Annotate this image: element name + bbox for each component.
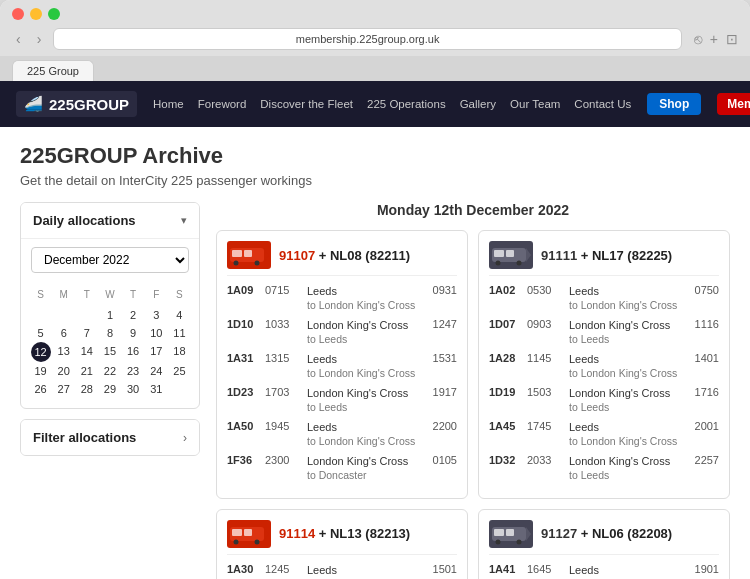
svg-point-10 (496, 261, 501, 266)
alloc-row-2-5: 1A45 1745 Leedsto London King's Cross 20… (489, 420, 719, 449)
arrival-time: 1401 (683, 352, 719, 364)
chevron-right-icon: › (183, 431, 187, 445)
calendar-day[interactable]: 10 (145, 324, 168, 342)
daily-allocations-header[interactable]: Daily allocations ▾ (21, 203, 199, 238)
address-bar[interactable]: membership.225group.org.uk (53, 28, 681, 50)
svg-marker-9 (526, 248, 531, 262)
calendar-day[interactable]: 6 (52, 324, 75, 342)
membership-button[interactable]: Membership (717, 93, 750, 115)
route: Leedsto London King's Cross (569, 352, 681, 381)
alloc-row-2-4: 1D19 1503 London King's Crossto Leeds 17… (489, 386, 719, 415)
departure-time: 1503 (527, 386, 567, 398)
alloc-row-1-4: 1D23 1703 London King's Crossto Leeds 19… (227, 386, 457, 415)
cal-day-f: F (145, 287, 168, 302)
calendar-day[interactable]: 23 (122, 362, 145, 380)
nav-links: Home Foreword Discover the Fleet 225 Ope… (153, 98, 631, 110)
page-subtitle: Get the detail on InterCity 225 passenge… (20, 173, 730, 188)
svg-rect-14 (244, 529, 252, 536)
shop-button[interactable]: Shop (647, 93, 701, 115)
alloc-row-4-1: 1A41 1645 Leedsto London King's Cross 19… (489, 563, 719, 579)
alloc-row-3-1: 1A30 1245 Leedsto London King's Cross 15… (227, 563, 457, 579)
departure-time: 0530 (527, 284, 567, 296)
headcode: 1D23 (227, 386, 263, 398)
route: Leedsto London King's Cross (569, 284, 681, 313)
calendar-day[interactable]: 2 (122, 306, 145, 324)
more-icon[interactable]: ⊡ (726, 31, 738, 47)
maximize-dot[interactable] (48, 8, 60, 20)
minimize-dot[interactable] (30, 8, 42, 20)
calendar-day[interactable]: 27 (52, 380, 75, 398)
add-tab-icon[interactable]: + (710, 31, 718, 47)
site-content: 🚄 225GROUP Home Foreword Discover the Fl… (0, 81, 750, 579)
alloc-card-4: 91127 + NL06 (82208) 1A41 1645 Leedsto L… (478, 509, 730, 579)
route: Leedsto London King's Cross (307, 352, 419, 381)
arrival-time: 1917 (421, 386, 457, 398)
nav-team[interactable]: Our Team (510, 98, 560, 110)
headcode: 1D07 (489, 318, 525, 330)
calendar-day[interactable]: 15 (98, 342, 121, 362)
browser-tab[interactable]: 225 Group (12, 60, 94, 81)
back-button[interactable]: ‹ (12, 29, 25, 49)
calendar-day[interactable]: 8 (98, 324, 121, 342)
calendar-day[interactable]: 3 (145, 306, 168, 324)
calendar-day[interactable]: 30 (122, 380, 145, 398)
calendar-empty-cell (29, 306, 52, 324)
alloc-row-1-6: 1F36 2300 London King's Crossto Doncaste… (227, 454, 457, 483)
calendar-today[interactable]: 12 (31, 342, 51, 362)
filter-title: Filter allocations (33, 430, 136, 445)
nav-fleet[interactable]: Discover the Fleet (260, 98, 353, 110)
train-icon (227, 241, 271, 269)
nav-contact[interactable]: Contact Us (574, 98, 631, 110)
calendar-day[interactable]: 19 (29, 362, 52, 380)
filter-header[interactable]: Filter allocations › (21, 420, 199, 455)
filter-section[interactable]: Filter allocations › (20, 419, 200, 456)
route: London King's Crossto Leeds (307, 386, 419, 415)
calendar-day[interactable]: 24 (145, 362, 168, 380)
calendar-day[interactable]: 1 (98, 306, 121, 324)
calendar-day[interactable]: 9 (122, 324, 145, 342)
calendar-day[interactable]: 28 (75, 380, 98, 398)
logo[interactable]: 🚄 225GROUP (16, 91, 137, 117)
nav-foreword[interactable]: Foreword (198, 98, 247, 110)
svg-marker-15 (264, 527, 269, 541)
calendar-day[interactable]: 17 (145, 342, 168, 362)
departure-time: 1945 (265, 420, 305, 432)
route: Leedsto London King's Cross (307, 284, 419, 313)
departure-time: 0715 (265, 284, 305, 296)
svg-point-4 (234, 261, 239, 266)
calendar-day[interactable]: 11 (168, 324, 191, 342)
calendar-day[interactable]: 16 (122, 342, 145, 362)
month-select[interactable]: December 2022 (31, 247, 189, 273)
headcode: 1F36 (227, 454, 263, 466)
calendar-day[interactable]: 18 (168, 342, 191, 362)
arrival-time: 0931 (421, 284, 457, 296)
arrival-time: 2200 (421, 420, 457, 432)
headcode: 1A02 (489, 284, 525, 296)
calendar-day[interactable]: 13 (52, 342, 75, 362)
nav-home[interactable]: Home (153, 98, 184, 110)
nav-gallery[interactable]: Gallery (460, 98, 496, 110)
calendar-day[interactable]: 21 (75, 362, 98, 380)
calendar-day[interactable]: 20 (52, 362, 75, 380)
calendar-day[interactable]: 7 (75, 324, 98, 342)
calendar-day[interactable]: 25 (168, 362, 191, 380)
forward-button[interactable]: › (33, 29, 46, 49)
calendar-day[interactable]: 5 (29, 324, 52, 342)
departure-time: 1315 (265, 352, 305, 364)
headcode: 1A41 (489, 563, 525, 575)
calendar-day[interactable]: 31 (145, 380, 168, 398)
arrival-time: 1247 (421, 318, 457, 330)
headcode: 1A31 (227, 352, 263, 364)
calendar-day[interactable]: 14 (75, 342, 98, 362)
calendar-day[interactable]: 26 (29, 380, 52, 398)
nav-operations[interactable]: 225 Operations (367, 98, 446, 110)
alloc-row-2-2: 1D07 0903 London King's Crossto Leeds 11… (489, 318, 719, 347)
close-dot[interactable] (12, 8, 24, 20)
calendar-day[interactable]: 4 (168, 306, 191, 324)
svg-point-23 (517, 539, 522, 544)
calendar-day[interactable]: 22 (98, 362, 121, 380)
share-icon[interactable]: ⎋ (694, 31, 702, 47)
headcode: 1A09 (227, 284, 263, 296)
calendar-day[interactable]: 29 (98, 380, 121, 398)
page-title-rest: Archive (137, 143, 223, 168)
